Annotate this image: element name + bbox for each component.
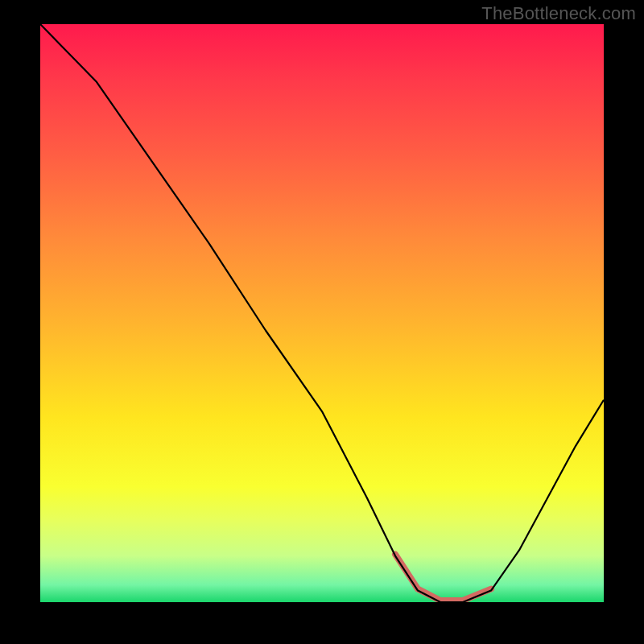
bottleneck-curve xyxy=(40,24,604,602)
plot-area xyxy=(40,24,604,602)
chart-svg xyxy=(40,24,604,602)
chart-frame: TheBottleneck.com xyxy=(0,0,644,644)
watermark-text: TheBottleneck.com xyxy=(481,3,636,24)
